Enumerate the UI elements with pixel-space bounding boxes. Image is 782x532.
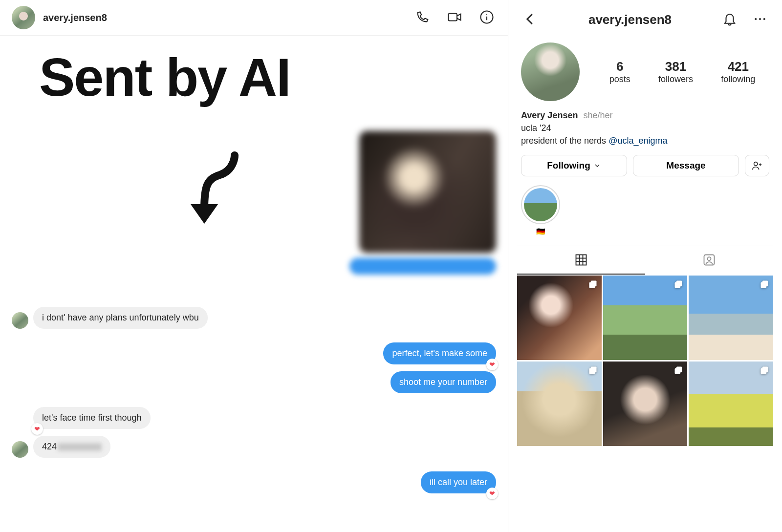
chat-info-button[interactable] (478, 8, 496, 28)
dots-horizontal-icon (753, 12, 767, 26)
svg-rect-28 (761, 368, 767, 374)
suggested-users-button[interactable] (745, 155, 769, 176)
stat-value: 6 (609, 59, 630, 74)
message-row-in: i dont' have any plans unfortunately wbu (12, 307, 496, 329)
phone-icon (415, 10, 430, 24)
redacted-text (58, 443, 102, 451)
chat-header-actions (413, 8, 496, 28)
carousel-icon (588, 365, 598, 375)
heart-reaction-icon[interactable]: ❤ (31, 423, 43, 435)
profile-header-actions (720, 10, 769, 30)
message-text: perfect, let's make some (392, 348, 487, 358)
post-tile[interactable] (517, 362, 602, 446)
bio-line: ucla '24 (521, 122, 769, 134)
stat-following[interactable]: 421 following (721, 59, 755, 85)
heart-reaction-icon[interactable]: ❤ (486, 488, 498, 499)
profile-pronouns: she/her (583, 110, 612, 120)
message-bubble[interactable]: shoot me your number (391, 371, 496, 393)
svg-rect-10 (576, 255, 586, 265)
svg-rect-18 (589, 282, 595, 288)
highlight-item[interactable]: 🇩🇪 (521, 185, 560, 236)
svg-rect-22 (761, 282, 767, 288)
svg-rect-15 (704, 255, 715, 265)
post-tile[interactable] (603, 276, 688, 360)
messages-list: i dont' have any plans unfortunately wbu… (0, 307, 508, 507)
overlay-arrow-icon (181, 150, 244, 234)
profile-tabbar (517, 246, 773, 275)
message-bubble[interactable]: ill call you later ❤ (421, 471, 496, 493)
message-text: ill call you later (430, 477, 487, 487)
highlight-cover (524, 188, 557, 221)
message-bubble[interactable]: i dont' have any plans unfortunately wbu (33, 307, 208, 329)
svg-point-6 (763, 18, 765, 20)
message-button[interactable]: Message (633, 155, 739, 176)
message-row-in: let's face time first though ❤ 424 (12, 407, 496, 458)
post-tile[interactable] (689, 276, 773, 360)
bio-mention-link[interactable]: @ucla_enigma (608, 136, 667, 146)
tab-tagged[interactable] (645, 246, 773, 275)
button-label: Message (666, 160, 705, 171)
bio-line: president of the nerds @ucla_enigma (521, 134, 769, 147)
chat-pane: avery.jensen8 Sent by AI (0, 0, 508, 532)
stat-followers[interactable]: 381 followers (658, 59, 693, 85)
stat-label: following (721, 74, 755, 85)
post-tile[interactable] (603, 362, 688, 446)
chat-attached-image-blurred (359, 131, 496, 253)
post-tile[interactable] (517, 276, 602, 360)
peer-avatar-inline (12, 312, 28, 329)
message-bubble[interactable]: perfect, let's make some ❤ (383, 342, 496, 364)
message-bubble[interactable]: 424 (33, 436, 110, 458)
more-options-button[interactable] (751, 10, 769, 30)
back-button[interactable] (521, 10, 540, 30)
highlight-label: 🇩🇪 (536, 227, 545, 236)
svg-rect-0 (449, 13, 457, 21)
video-icon (447, 10, 462, 24)
overlay-headline: Sent by AI (39, 50, 290, 104)
svg-point-7 (754, 162, 758, 166)
stat-label: followers (658, 74, 693, 85)
chat-body: Sent by AI i dont' have any plans unfort… (0, 36, 508, 532)
svg-point-16 (708, 257, 711, 260)
audio-call-button[interactable] (413, 8, 432, 28)
chat-header: avery.jensen8 (0, 0, 508, 36)
message-text: 424 (42, 442, 57, 451)
info-icon (479, 10, 494, 24)
notifications-button[interactable] (720, 10, 739, 30)
svg-point-3 (486, 14, 487, 15)
message-bubble[interactable]: let's face time first though ❤ (33, 407, 151, 429)
stat-value: 421 (721, 59, 755, 74)
bell-icon (722, 12, 737, 26)
button-label: Following (547, 160, 590, 171)
message-row-out: ill call you later ❤ (12, 471, 496, 493)
stat-posts[interactable]: 6 posts (609, 59, 630, 85)
carousel-icon (673, 279, 683, 289)
posts-grid (517, 276, 773, 446)
profile-stats: 6 posts 381 followers 421 following (595, 59, 769, 85)
profile-username[interactable]: avery.jensen8 (549, 12, 711, 27)
tab-posts-grid[interactable] (517, 246, 645, 275)
profile-avatar[interactable] (521, 43, 580, 101)
carousel-icon (760, 365, 769, 375)
chat-outgoing-bubble-blurred (349, 258, 496, 275)
svg-rect-24 (589, 368, 595, 374)
stat-label: posts (609, 74, 630, 85)
profile-action-buttons: Following Message (517, 155, 773, 185)
video-call-button[interactable] (445, 8, 464, 28)
story-highlights: 🇩🇪 (517, 185, 773, 246)
peer-avatar-inline (12, 441, 28, 458)
heart-reaction-icon[interactable]: ❤ (486, 359, 498, 370)
carousel-icon (760, 279, 769, 289)
carousel-icon (673, 365, 683, 375)
following-button[interactable]: Following (521, 155, 627, 176)
chevron-left-icon (523, 12, 538, 26)
chevron-down-icon (593, 162, 601, 170)
carousel-icon (588, 279, 598, 289)
chat-peer-avatar[interactable] (12, 6, 35, 29)
stat-value: 381 (658, 59, 693, 74)
svg-rect-20 (675, 282, 681, 288)
svg-point-4 (755, 18, 757, 20)
chat-peer-username[interactable]: avery.jensen8 (43, 12, 107, 23)
profile-display-name: Avery Jensen (521, 110, 578, 120)
profile-header: avery.jensen8 (517, 0, 773, 34)
post-tile[interactable] (689, 362, 773, 446)
